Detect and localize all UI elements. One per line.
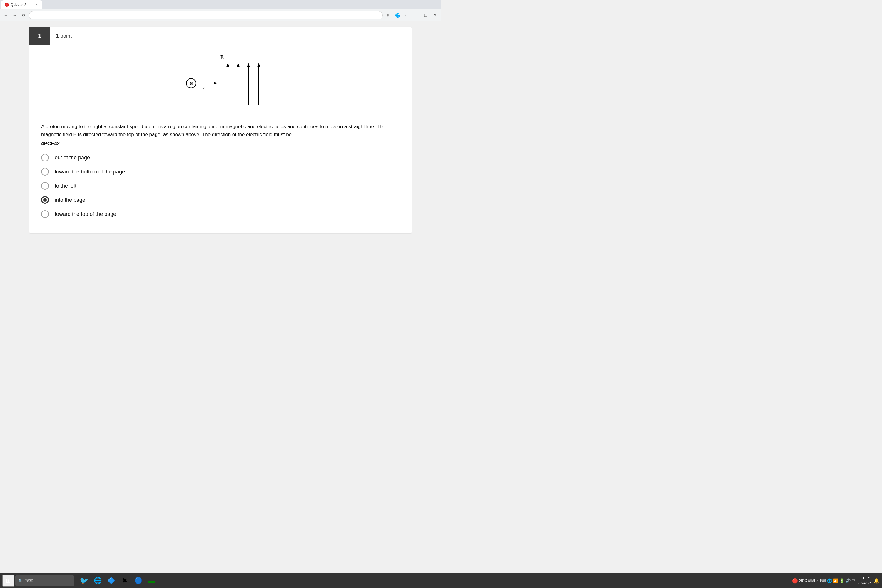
- radio-button-0[interactable]: [41, 154, 49, 161]
- quiz-card: 1 1 point B ⊕ v: [29, 27, 412, 233]
- more-menu-button[interactable]: ···: [404, 12, 410, 19]
- browser-tab[interactable]: Quizzes 2 ✕: [1, 0, 42, 9]
- reload-icon: ↻: [22, 13, 25, 18]
- svg-marker-14: [257, 63, 260, 67]
- svg-marker-8: [226, 63, 230, 67]
- svg-marker-10: [237, 63, 240, 67]
- download-icon: ⇩: [386, 13, 390, 18]
- globe-icon: 🌐: [395, 13, 400, 18]
- answer-option-1[interactable]: toward the bottom of the page: [41, 168, 400, 176]
- physics-diagram: B ⊕ v: [176, 54, 265, 114]
- answer-option-4[interactable]: toward the top of the page: [41, 210, 400, 218]
- question-text: A proton moving to the right at constant…: [41, 123, 400, 138]
- radio-inner-3: [43, 198, 47, 202]
- answer-option-2[interactable]: to the left: [41, 182, 400, 190]
- tab-favicon: [5, 3, 9, 7]
- radio-button-3[interactable]: [41, 196, 49, 204]
- option-label-0: out of the page: [55, 154, 90, 161]
- forward-button[interactable]: →: [11, 12, 18, 19]
- diagram-container: B ⊕ v: [41, 54, 400, 114]
- back-button[interactable]: ←: [2, 12, 9, 19]
- globe-button[interactable]: 🌐: [394, 12, 401, 19]
- restore-button[interactable]: ❐: [422, 12, 429, 19]
- svg-text:⊕: ⊕: [189, 81, 193, 86]
- download-button[interactable]: ⇩: [384, 12, 392, 19]
- forward-icon: →: [13, 13, 17, 18]
- answer-options: out of the pagetoward the bottom of the …: [41, 154, 400, 218]
- more-icon: ···: [405, 13, 409, 18]
- option-label-4: toward the top of the page: [55, 211, 116, 217]
- svg-text:v: v: [202, 86, 205, 90]
- radio-button-2[interactable]: [41, 182, 49, 190]
- reload-button[interactable]: ↻: [20, 12, 27, 19]
- radio-button-1[interactable]: [41, 168, 49, 176]
- option-label-2: to the left: [55, 183, 76, 189]
- svg-text:B: B: [220, 54, 224, 60]
- close-window-button[interactable]: ✕: [432, 12, 439, 19]
- question-header: 1 1 point: [29, 27, 412, 45]
- svg-marker-4: [214, 82, 218, 84]
- radio-button-4[interactable]: [41, 210, 49, 218]
- tab-title: Quizzes 2: [10, 3, 26, 7]
- question-body: B ⊕ v: [29, 45, 412, 233]
- content-area: 1 1 point B ⊕ v: [0, 21, 441, 265]
- question-points: 1 point: [50, 33, 78, 39]
- minimize-icon: —: [414, 13, 418, 18]
- option-label-3: into the page: [55, 197, 85, 203]
- svg-marker-12: [247, 63, 250, 67]
- close-icon: ✕: [434, 13, 437, 18]
- option-label-1: toward the bottom of the page: [55, 169, 125, 175]
- answer-option-3[interactable]: into the page: [41, 196, 400, 204]
- address-bar[interactable]: [29, 11, 383, 20]
- restore-icon: ❐: [424, 13, 428, 18]
- question-code: 4PCE42: [41, 141, 400, 147]
- minimize-button[interactable]: —: [413, 12, 420, 19]
- question-number: 1: [29, 27, 50, 45]
- tab-close-button[interactable]: ✕: [34, 2, 39, 7]
- answer-option-0[interactable]: out of the page: [41, 154, 400, 161]
- back-icon: ←: [4, 13, 8, 18]
